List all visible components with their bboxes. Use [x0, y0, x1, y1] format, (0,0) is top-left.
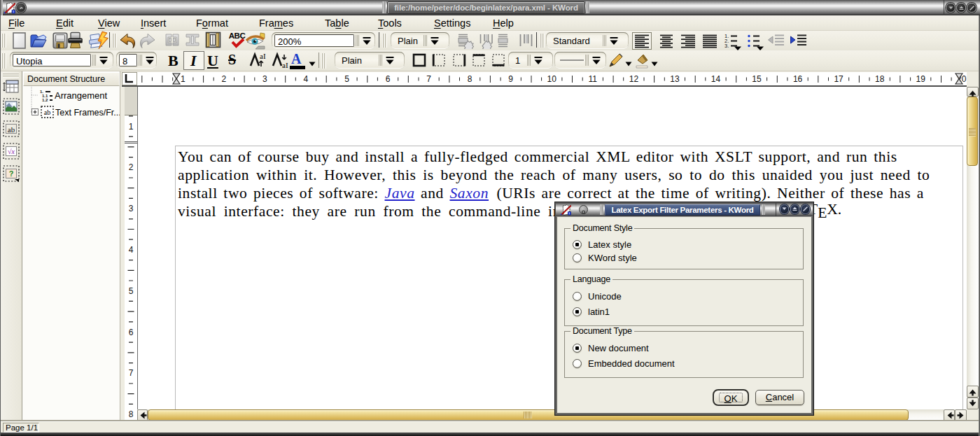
svg-text:ab: ab [44, 108, 50, 116]
svg-text:16: 16 [793, 74, 803, 84]
svg-text:2: 2 [222, 74, 227, 84]
svg-text:1: 1 [129, 122, 134, 132]
svg-text:7: 7 [129, 368, 134, 378]
svg-text:5: 5 [129, 286, 134, 296]
svg-text:3.: 3. [724, 43, 729, 49]
svg-text:13: 13 [670, 74, 680, 84]
svg-text:6: 6 [386, 74, 391, 84]
svg-text:7: 7 [426, 74, 431, 84]
svg-text:17: 17 [834, 74, 844, 84]
svg-text:10: 10 [547, 74, 557, 84]
svg-text:18: 18 [875, 74, 885, 84]
svg-text:15: 15 [752, 74, 762, 84]
svg-text:4: 4 [129, 245, 134, 255]
svg-text:5: 5 [344, 74, 349, 84]
svg-text:12: 12 [629, 74, 639, 84]
svg-text:aI: aI [282, 61, 288, 69]
svg-text:8: 8 [468, 74, 472, 84]
svg-text:3: 3 [129, 204, 134, 213]
svg-text:9: 9 [508, 74, 513, 84]
svg-text:2: 2 [129, 162, 134, 172]
svg-text:1.2: 1.2 [42, 98, 48, 102]
svg-text:ab: ab [8, 125, 15, 134]
svg-text:1: 1 [181, 74, 186, 84]
svg-text:14: 14 [711, 74, 721, 84]
svg-text:19: 19 [916, 74, 926, 84]
svg-text:8: 8 [129, 409, 134, 419]
svg-text:6: 6 [129, 328, 134, 337]
svg-text:11: 11 [589, 74, 598, 84]
svg-text:4: 4 [304, 74, 309, 84]
svg-text:?: ? [9, 169, 14, 178]
svg-text:√x: √x [8, 148, 15, 155]
svg-text:aI: aI [260, 52, 266, 60]
svg-text:3: 3 [262, 74, 267, 84]
